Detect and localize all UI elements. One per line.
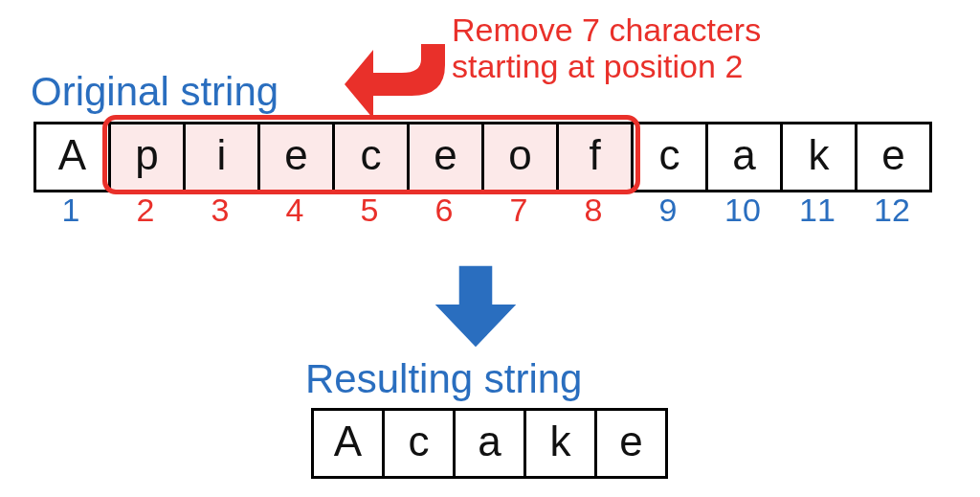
diagram-canvas: Original string Remove 7 characters star…	[0, 0, 980, 497]
annotation-line-1: Remove 7 characters	[452, 11, 761, 48]
index-row: 123456789101112	[33, 192, 929, 229]
original-cell-10: a	[708, 124, 783, 190]
original-cell-5: c	[335, 124, 410, 190]
index-4: 4	[257, 192, 332, 229]
index-10: 10	[705, 192, 780, 229]
original-cell-8: f	[559, 124, 634, 190]
resulting-string-label: Resulting string	[305, 356, 582, 402]
index-9: 9	[631, 192, 705, 229]
index-3: 3	[183, 192, 257, 229]
annotation-text: Remove 7 characters starting at position…	[452, 11, 761, 84]
index-2: 2	[108, 192, 183, 229]
result-cell-5: e	[597, 411, 668, 476]
index-6: 6	[407, 192, 481, 229]
resulting-string-cells: Acake	[311, 408, 668, 479]
original-cell-9: c	[634, 124, 708, 190]
original-cell-3: i	[186, 124, 260, 190]
annotation-line-2: starting at position 2	[452, 48, 743, 84]
original-cell-4: e	[260, 124, 335, 190]
index-12: 12	[855, 192, 929, 229]
result-cell-2: c	[385, 411, 456, 476]
index-11: 11	[780, 192, 855, 229]
down-arrow-icon	[430, 260, 522, 352]
original-cell-1: A	[36, 124, 111, 190]
original-cell-12: e	[858, 124, 932, 190]
result-cell-1: A	[314, 411, 385, 476]
original-string-cells: Apieceofcake	[33, 122, 932, 192]
curved-arrow-icon	[345, 27, 469, 123]
original-cell-2: p	[111, 124, 186, 190]
original-cell-11: k	[783, 124, 858, 190]
original-cell-7: o	[484, 124, 559, 190]
result-cell-3: a	[456, 411, 526, 476]
index-1: 1	[33, 192, 108, 229]
original-cell-6: e	[410, 124, 484, 190]
index-5: 5	[332, 192, 407, 229]
index-7: 7	[481, 192, 556, 229]
original-string-label: Original string	[31, 69, 278, 115]
index-8: 8	[556, 192, 631, 229]
result-cell-4: k	[526, 411, 597, 476]
